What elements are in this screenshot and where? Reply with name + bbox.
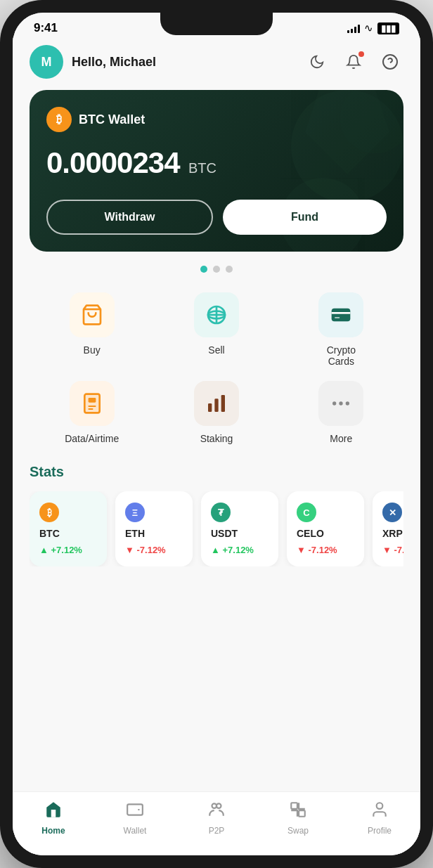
nav-profile-label: Profile bbox=[368, 826, 392, 836]
battery-icon: ▮▮▮ bbox=[377, 22, 399, 34]
stat-card-eth[interactable]: Ξ ETH ▼ -7.12% bbox=[115, 491, 193, 566]
nav-swap-label: Swap bbox=[287, 826, 309, 836]
notch bbox=[160, 13, 273, 35]
btc-coin-icon: ₿ bbox=[46, 107, 72, 132]
staking-icon bbox=[194, 381, 239, 426]
xrp-stat-name: XRP bbox=[382, 528, 403, 539]
svg-rect-20 bbox=[221, 395, 225, 412]
stat-card-xrp[interactable]: ✕ XRP ▼ -7.12% bbox=[373, 491, 403, 566]
fund-button[interactable]: Fund bbox=[223, 200, 387, 235]
svg-rect-28 bbox=[299, 810, 305, 817]
home-icon bbox=[44, 801, 63, 823]
celo-stat-name: CELO bbox=[297, 528, 354, 539]
bottom-nav: Home Wallet bbox=[13, 791, 420, 855]
usdt-stat-icon: ₮ bbox=[211, 503, 231, 522]
signal-bars-icon bbox=[347, 23, 360, 33]
wallet-icon bbox=[126, 801, 144, 823]
status-icons: ∿ ▮▮▮ bbox=[347, 22, 399, 34]
wallet-actions: Withdraw Fund bbox=[46, 200, 387, 235]
svg-rect-13 bbox=[84, 394, 99, 413]
nav-home[interactable]: Home bbox=[13, 801, 94, 836]
xrp-stat-icon: ✕ bbox=[382, 503, 402, 522]
quick-actions-grid: Buy Sell bbox=[13, 292, 420, 444]
wallet-header: ₿ BTC Wallet bbox=[46, 107, 387, 132]
phone-screen: 9:41 ∿ ▮▮▮ M Hello, Michael bbox=[13, 13, 420, 855]
celo-stat-icon: C bbox=[297, 503, 316, 522]
wifi-icon: ∿ bbox=[364, 22, 373, 34]
action-crypto-cards[interactable]: Crypto Cards bbox=[279, 292, 403, 367]
action-more[interactable]: More bbox=[279, 381, 403, 444]
stats-scroll: ₿ BTC ▲ +7.12% Ξ ETH ▼ -7.12% bbox=[30, 491, 403, 566]
stats-section: Stats ₿ BTC ▲ +7.12% Ξ bbox=[13, 464, 420, 566]
svg-point-23 bbox=[346, 401, 349, 405]
more-label: More bbox=[330, 433, 352, 444]
action-buy[interactable]: Buy bbox=[30, 292, 154, 367]
support-button[interactable] bbox=[377, 48, 403, 75]
xrp-icon-row: ✕ bbox=[382, 503, 403, 522]
svg-point-29 bbox=[377, 803, 383, 809]
svg-rect-19 bbox=[214, 399, 218, 412]
usdt-stat-change: ▲ +7.12% bbox=[211, 545, 269, 555]
nav-profile[interactable]: Profile bbox=[339, 801, 420, 836]
sell-icon bbox=[194, 292, 239, 337]
svg-rect-15 bbox=[88, 398, 96, 403]
btc-stat-name: BTC bbox=[39, 528, 97, 539]
screen-content: 9:41 ∿ ▮▮▮ M Hello, Michael bbox=[13, 13, 420, 855]
xrp-stat-change: ▼ -7.12% bbox=[382, 545, 403, 555]
theme-toggle-button[interactable] bbox=[304, 48, 330, 75]
card-dot-1[interactable] bbox=[200, 266, 207, 273]
p2p-icon bbox=[207, 801, 226, 823]
usdt-stat-name: USDT bbox=[211, 528, 269, 539]
header-actions bbox=[304, 48, 403, 75]
action-staking[interactable]: Staking bbox=[154, 381, 278, 444]
withdraw-button[interactable]: Withdraw bbox=[46, 200, 213, 235]
eth-stat-icon: Ξ bbox=[125, 503, 145, 522]
btc-stat-change: ▲ +7.12% bbox=[39, 545, 97, 555]
stat-card-usdt[interactable]: ₮ USDT ▲ +7.12% bbox=[201, 491, 278, 566]
nav-wallet[interactable]: Wallet bbox=[94, 801, 176, 836]
nav-swap[interactable]: Swap bbox=[257, 801, 339, 836]
svg-rect-24 bbox=[127, 804, 143, 815]
nav-home-label: Home bbox=[41, 826, 65, 836]
svg-rect-27 bbox=[291, 803, 297, 809]
stat-card-btc[interactable]: ₿ BTC ▲ +7.12% bbox=[30, 491, 107, 566]
balance-currency: BTC bbox=[188, 160, 216, 176]
swap-icon bbox=[289, 801, 307, 823]
sell-label: Sell bbox=[208, 344, 224, 356]
header: M Hello, Michael bbox=[13, 38, 420, 90]
crypto-cards-icon bbox=[318, 292, 363, 337]
action-data-airtime[interactable]: Data/Airtime bbox=[30, 381, 154, 444]
card-dot-3[interactable] bbox=[226, 266, 233, 273]
stat-card-celo[interactable]: C CELO ▼ -7.12% bbox=[287, 491, 364, 566]
card-dot-2[interactable] bbox=[213, 266, 220, 273]
wallet-balance: 0.0000234 BTC bbox=[46, 146, 387, 180]
usdt-icon-row: ₮ bbox=[211, 503, 269, 522]
buy-label: Buy bbox=[84, 344, 101, 356]
greeting-text: Hello, Michael bbox=[72, 55, 304, 70]
svg-rect-10 bbox=[332, 309, 351, 322]
profile-icon bbox=[370, 801, 389, 823]
celo-icon-row: C bbox=[297, 503, 354, 522]
celo-stat-change: ▼ -7.12% bbox=[297, 545, 354, 555]
staking-label: Staking bbox=[200, 433, 233, 444]
eth-icon-row: Ξ bbox=[125, 503, 183, 522]
svg-point-26 bbox=[216, 803, 221, 808]
crypto-cards-label: Crypto Cards bbox=[327, 344, 356, 367]
more-icon bbox=[318, 381, 363, 426]
balance-amount: 0.0000234 bbox=[46, 146, 180, 179]
svg-rect-18 bbox=[208, 403, 212, 412]
eth-stat-change: ▼ -7.12% bbox=[125, 545, 183, 555]
wallet-name: BTC Wallet bbox=[79, 112, 145, 127]
notification-badge bbox=[358, 51, 364, 57]
nav-p2p[interactable]: P2P bbox=[176, 801, 257, 836]
action-sell[interactable]: Sell bbox=[154, 292, 278, 367]
svg-point-22 bbox=[340, 401, 343, 405]
btc-stat-icon: ₿ bbox=[39, 503, 59, 522]
notifications-button[interactable] bbox=[340, 48, 367, 75]
status-time: 9:41 bbox=[34, 21, 58, 35]
stats-title: Stats bbox=[30, 464, 403, 480]
card-pagination bbox=[13, 266, 420, 273]
phone-frame: 9:41 ∿ ▮▮▮ M Hello, Michael bbox=[0, 0, 433, 868]
avatar: M bbox=[30, 45, 63, 79]
nav-wallet-label: Wallet bbox=[124, 826, 147, 836]
